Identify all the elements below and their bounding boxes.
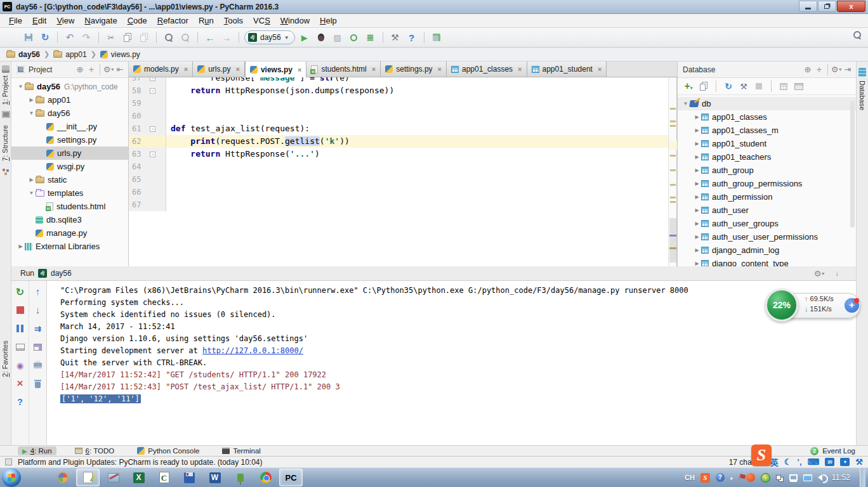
show-desktop-button[interactable] (860, 468, 865, 487)
run-restore2-icon[interactable] (30, 340, 46, 354)
menu-item-refactor[interactable]: Refactor (152, 15, 194, 27)
ime-person-icon[interactable]: 30 (825, 458, 834, 466)
menu-item-code[interactable]: Code (122, 15, 152, 27)
project-tool-icon[interactable] (2, 111, 10, 118)
db-dedit-icon[interactable] (738, 81, 749, 92)
menu-item-run[interactable]: Run (194, 15, 219, 27)
project-locate-icon[interactable] (74, 64, 86, 75)
db-dconsole-icon[interactable] (793, 81, 805, 92)
ime-moon-icon[interactable]: ☾ (784, 457, 792, 467)
code-line-58[interactable]: 58- return HttpResponse(json.dumps(respo… (129, 84, 668, 97)
db-dstop-icon[interactable] (753, 81, 765, 92)
tray-sogou-s-icon[interactable]: S (700, 473, 710, 483)
taskbar-app-palette[interactable] (51, 469, 74, 486)
tray-expand-icon[interactable]: ▴ (730, 475, 733, 481)
menu-item-file[interactable]: File (4, 15, 27, 27)
settings-icon[interactable] (388, 30, 402, 44)
toolwindow-tab-6-todo[interactable]: 6: TODO (70, 446, 119, 455)
minimize-button[interactable] (799, 1, 817, 12)
toolwindow-tab-python-console[interactable]: Python Console (133, 446, 204, 455)
tab-close-icon[interactable]: × (298, 66, 301, 74)
ime-punctuation-icon[interactable]: ’, (797, 457, 801, 467)
taskbar-clock[interactable]: 11:52 (832, 473, 850, 482)
code-line-62[interactable]: 62 print(request.POST.getlist('k')) (129, 135, 668, 148)
code-line-60[interactable]: 60 (129, 110, 668, 122)
back-icon[interactable] (203, 30, 217, 44)
tray-volume-icon[interactable] (818, 474, 822, 481)
taskbar-app-floppy[interactable] (178, 469, 201, 486)
project-item-urls-py[interactable]: urls.py (11, 146, 128, 160)
locate-icon[interactable] (178, 30, 192, 44)
database-gear-icon[interactable] (831, 64, 842, 75)
db-table-auth-user[interactable]: ▶auth_user (678, 204, 856, 217)
taskbar-app-word[interactable]: W (203, 469, 227, 486)
db-table-django-admin-log[interactable]: ▶django_admin_log (678, 244, 856, 257)
db-dsync-icon[interactable] (723, 81, 734, 92)
sogou-ime-logo[interactable]: S (751, 445, 772, 466)
editor-tab-students-html[interactable]: students.html× (306, 62, 381, 77)
paste-icon[interactable] (137, 30, 151, 44)
run-up-icon[interactable] (30, 285, 46, 299)
project-item-day56[interactable]: ▼day56 (11, 107, 128, 120)
menu-item-view[interactable]: View (51, 15, 79, 27)
run-console[interactable]: "C:\Program Files (x86)\JetBrains\PyChar… (48, 281, 868, 445)
menu-item-tools[interactable]: Tools (219, 15, 248, 27)
project-item-app01[interactable]: ▶app01 (11, 93, 128, 107)
editor-tab-views-py[interactable]: views.py× (245, 62, 306, 77)
menu-item-navigate[interactable]: Navigate (79, 15, 122, 27)
run-play-icon[interactable] (298, 30, 312, 44)
tab-close-icon[interactable]: × (184, 65, 188, 73)
fold-marker-icon[interactable]: - (150, 152, 155, 157)
code-line-59[interactable]: 59 (129, 97, 668, 110)
open-icon[interactable] (5, 30, 19, 44)
redo-icon[interactable] (79, 30, 93, 44)
find-icon[interactable] (162, 30, 176, 44)
db-table-django-content-type[interactable]: ▶django_content_type (678, 257, 856, 266)
tray-lang-indicator[interactable]: CH (685, 474, 695, 481)
status-grid-icon[interactable] (5, 458, 12, 465)
breadcrumb-item-app01[interactable]: app01 (53, 50, 86, 59)
db-table-auth-group[interactable]: ▶auth_group (678, 164, 856, 177)
stripe-tab-database[interactable]: Database (858, 81, 866, 110)
undo-icon[interactable] (63, 30, 77, 44)
net-speed-widget[interactable]: 22% ↑ 69.5K/s ↓ 151K/s + (765, 289, 860, 323)
toolwindow-tab-terminal[interactable]: Terminal (218, 446, 265, 455)
editor-tab-settings-py[interactable]: settings.py× (381, 62, 447, 77)
close-button[interactable]: x (837, 1, 865, 12)
scrollbar-thumb[interactable] (669, 218, 676, 263)
db-table-auth-user-user-permissions[interactable]: ▶auth_user_user_permissions (678, 230, 856, 244)
run-tab-label[interactable]: Run (20, 269, 34, 278)
start-button[interactable] (2, 468, 21, 487)
run-close-icon[interactable] (13, 377, 28, 391)
project-item-db-sqlite3[interactable]: db.sqlite3 (11, 213, 128, 226)
debug-icon[interactable] (314, 30, 328, 44)
db-root-item[interactable]: ▼db (678, 97, 856, 110)
tray-dot-icon[interactable] (746, 473, 755, 482)
copy-icon[interactable] (121, 30, 135, 44)
tray-help-icon[interactable]: ? (716, 473, 725, 482)
code-line-64[interactable]: 64 (129, 160, 668, 173)
breadcrumb-item-views-py[interactable]: views.py (100, 50, 140, 59)
project-item-init-py[interactable]: __init__.py (11, 120, 128, 133)
plugins-icon[interactable] (430, 30, 444, 44)
code-line-65[interactable]: 65 (129, 173, 668, 186)
code-line-67[interactable]: 67 (129, 198, 668, 211)
run-settings-gear-icon[interactable] (813, 268, 825, 279)
project-item-external-libraries[interactable]: ▶External Libraries (11, 240, 128, 253)
project-item-students-html[interactable]: students.html (11, 200, 128, 213)
database-stripe-icon[interactable] (858, 68, 866, 77)
tray-pinflag-icon[interactable] (737, 473, 741, 481)
run-print-icon[interactable] (30, 358, 46, 372)
search-everywhere-icon[interactable] (853, 30, 862, 39)
db-table-app01-classes-m[interactable]: ▶app01_classes_m (678, 124, 856, 137)
run-trash-icon[interactable] (30, 377, 46, 391)
taskbar-app-ceditor[interactable]: C (152, 469, 176, 486)
code-line-61[interactable]: 61-def test_ajax_list(request): (129, 122, 668, 135)
database-locate-icon[interactable] (802, 64, 813, 75)
run-layout-icon[interactable] (13, 340, 28, 354)
tray-network-icon[interactable] (789, 474, 798, 481)
structure-tool-icon[interactable] (2, 168, 10, 176)
boost-button[interactable]: + (845, 298, 859, 313)
ime-toolbox-icon[interactable]: ⚒ (855, 457, 863, 467)
taskbar-app-pycharm[interactable]: PC (279, 469, 303, 486)
